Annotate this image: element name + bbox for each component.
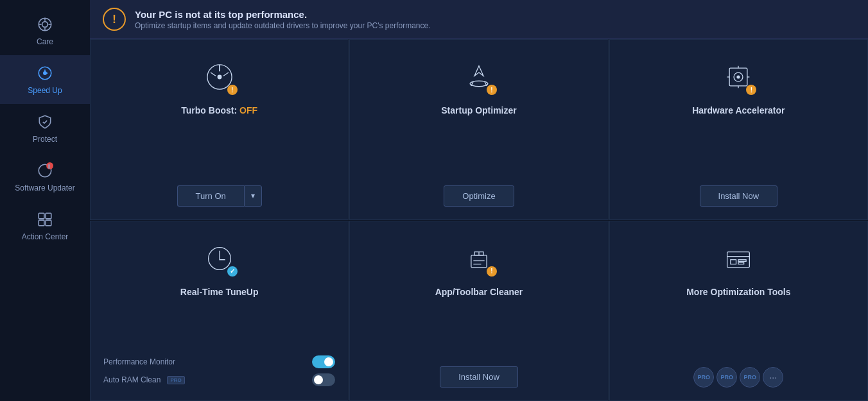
sidebar-item-software-updater[interactable]: ! Software Updater [0,153,90,201]
card-startup-optimizer: ! Startup Optimizer Optimize [349,39,608,220]
svg-rect-13 [39,220,44,226]
main-content: ! Your PC is not at its top performance.… [90,0,868,401]
software-updater-icon: ! [36,162,54,180]
sidebar-label-software-updater: Software Updater [15,183,74,192]
turbo-boost-badge: ! [227,85,238,95]
sidebar-label-protect: Protect [33,135,57,144]
header-title: Your PC is not at its top performance. [135,9,431,20]
pro-tag: PRO [167,376,184,384]
card-more-optimization-top: More Optimization Tools [686,239,790,297]
card-hardware-accelerator-top: ! Hardware Accelerator [692,58,785,115]
performance-monitor-label: Performance Monitor [103,357,175,366]
sidebar-item-action-center[interactable]: Action Center [0,201,90,250]
startup-optimizer-badge: ! [487,85,497,95]
sidebar-item-protect[interactable]: Protect [0,104,90,153]
warning-icon: ! [103,8,126,31]
protect-icon [36,113,54,131]
svg-rect-26 [471,255,487,267]
card-startup-optimizer-top: ! Startup Optimizer [441,58,516,115]
card-more-optimization: More Optimization Tools PRO PRO PRO ··· [609,221,868,402]
turbo-boost-split-button: Turn On ▾ [177,185,262,207]
svg-rect-34 [738,259,746,261]
turn-on-dropdown-button[interactable]: ▾ [244,185,262,207]
sidebar-item-care[interactable]: Care [0,6,90,55]
auto-ram-clean-label: Auto RAM Clean [103,375,161,384]
card-turbo-boost-top: ! Turbo Boost: OFF [181,58,257,115]
hardware-accelerator-button-area: Install Now [623,185,855,207]
svg-rect-33 [731,259,736,264]
svg-point-9 [46,162,53,169]
turbo-boost-button-area: Turn On ▾ [103,185,335,207]
perf-item-performance-monitor: Performance Monitor [103,354,335,370]
header-banner: ! Your PC is not at its top performance.… [90,0,868,39]
card-real-time-tuneup-top: ✓ Real-Time TuneUp [180,239,259,297]
startup-optimizer-button-area: Optimize [363,185,595,207]
more-optimization-icon-container [719,239,758,278]
perf-item-auto-ram-clean: Auto RAM Clean PRO [103,372,335,388]
turbo-boost-icon-container: ! [200,58,239,96]
sidebar-label-action-center: Action Center [22,232,69,241]
app-toolbar-cleaner-icon-container: ! [460,239,498,278]
svg-rect-14 [46,220,51,226]
app-toolbar-cleaner-badge: ! [487,266,497,277]
svg-rect-35 [738,262,744,264]
action-center-icon [36,210,54,228]
speed-up-icon [36,64,54,82]
more-optimization-title: More Optimization Tools [686,287,790,297]
optimize-button[interactable]: Optimize [444,185,514,207]
svg-point-1 [42,22,48,28]
svg-point-7 [44,72,46,74]
more-options-button[interactable]: ··· [763,367,783,388]
hardware-accelerator-title: Hardware Accelerator [692,105,785,115]
perf-items-list: Performance Monitor Auto RAM Clean PRO [103,354,335,388]
pro-badge-3: PRO [740,367,760,388]
hardware-accelerator-icon-container: ! [719,58,758,96]
app-toolbar-cleaner-button-area: Install Now [363,366,595,388]
turn-on-button[interactable]: Turn On [177,185,244,207]
sidebar-label-care: Care [37,37,53,46]
sidebar: Care Speed Up Protect ! [0,0,90,401]
svg-text:!: ! [48,164,49,169]
performance-monitor-toggle[interactable] [312,355,335,368]
real-time-tuneup-badge: ✓ [227,266,238,277]
header-text: Your PC is not at its top performance. O… [135,9,431,30]
install-now-button-toolbar[interactable]: Install Now [440,366,518,388]
chevron-down-icon: ▾ [251,191,255,200]
sidebar-label-speed-up: Speed Up [28,86,62,95]
card-turbo-boost: ! Turbo Boost: OFF Turn On ▾ [90,39,349,220]
sidebar-item-speed-up[interactable]: Speed Up [0,55,90,104]
svg-rect-11 [39,214,44,219]
pro-badge-1: PRO [693,367,714,388]
pro-badges-area: PRO PRO PRO ··· [693,367,783,388]
card-real-time-tuneup: ✓ Real-Time TuneUp Performance Monitor A… [90,221,349,402]
install-now-button-hw[interactable]: Install Now [700,185,778,207]
startup-optimizer-title: Startup Optimizer [441,105,516,115]
card-app-toolbar-cleaner: ! App/Toolbar Cleaner Install Now [349,221,608,402]
header-subtitle: Optimize startup items and update outdat… [135,21,431,30]
card-app-toolbar-cleaner-top: ! App/Toolbar Cleaner [435,239,523,297]
app-toolbar-cleaner-title: App/Toolbar Cleaner [435,287,523,297]
pro-badge-2: PRO [716,367,737,388]
auto-ram-clean-toggle[interactable] [312,373,335,386]
care-icon [36,15,54,33]
svg-point-20 [737,75,740,78]
startup-optimizer-icon-container: ! [460,58,498,96]
real-time-tuneup-icon-container: ✓ [200,239,239,278]
turbo-boost-title: Turbo Boost: OFF [181,105,257,115]
real-time-tuneup-bottom: Performance Monitor Auto RAM Clean PRO [103,354,335,388]
svg-rect-12 [46,214,51,219]
cards-grid: ! Turbo Boost: OFF Turn On ▾ [90,39,868,401]
svg-point-16 [217,75,221,80]
more-optimization-bottom: PRO PRO PRO ··· [623,367,855,388]
real-time-tuneup-title: Real-Time TuneUp [180,287,259,297]
card-hardware-accelerator: ! Hardware Accelerator Install Now [609,39,868,220]
